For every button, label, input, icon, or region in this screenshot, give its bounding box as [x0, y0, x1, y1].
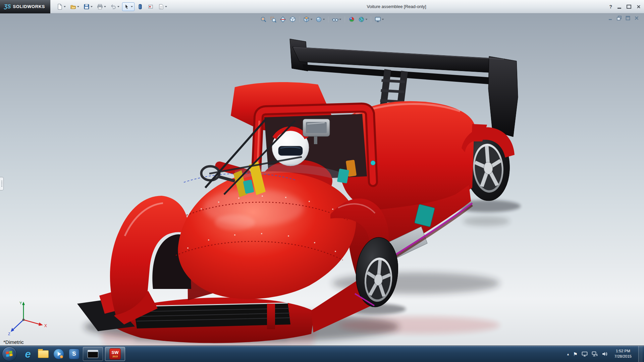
display-style-icon [316, 16, 322, 23]
toolbar-separator [328, 16, 329, 22]
doc-close-icon[interactable] [634, 15, 639, 21]
edit-color-button[interactable] [136, 2, 145, 11]
start-button[interactable] [2, 347, 17, 361]
toolbar-separator [345, 16, 345, 22]
view-orientation-label: *Dimetric [3, 339, 24, 345]
help-button[interactable]: ? [609, 4, 612, 9]
taskbar-command-prompt[interactable] [83, 347, 103, 361]
volume-icon[interactable] [602, 351, 608, 357]
internet-explorer-icon: e [25, 349, 31, 359]
view-heads-up-toolbar [257, 15, 387, 24]
zoom-to-area-button[interactable] [269, 15, 277, 23]
chevron-down-icon [117, 6, 119, 7]
save-icon [84, 4, 90, 10]
apply-scene-icon [358, 16, 365, 23]
new-document-icon [57, 4, 63, 10]
taskbar-solidworks-launcher[interactable]: S [67, 347, 81, 361]
view-settings-button[interactable] [374, 15, 385, 23]
file-properties-icon [158, 4, 164, 10]
doc-restore-icon[interactable] [616, 15, 622, 21]
chevron-down-icon [104, 6, 106, 7]
edit-color-icon [137, 4, 143, 10]
open-button[interactable] [68, 2, 81, 11]
graphics-area[interactable]: Y X Z *Dimetric [0, 13, 644, 346]
toolbar-separator [300, 16, 300, 22]
splitter-grip-icon [1, 181, 2, 187]
close-button[interactable] [637, 5, 641, 9]
file-properties-button[interactable] [156, 2, 169, 11]
zoom-to-fit-icon [260, 16, 267, 23]
orientation-triad[interactable]: Y X Z [7, 299, 49, 337]
chevron-down-icon [165, 6, 167, 7]
minimize-button[interactable] [618, 8, 621, 9]
zoom-to-fit-button[interactable] [260, 15, 268, 23]
undo-icon [110, 4, 116, 10]
action-center-flag-icon[interactable]: ⚑ [573, 352, 577, 357]
edit-appearance-icon [348, 16, 355, 23]
print-button[interactable] [95, 2, 108, 11]
print-icon [97, 4, 103, 10]
network-icon[interactable] [592, 351, 598, 357]
taskbar-windows-explorer[interactable] [36, 347, 50, 361]
taskbar-internet-explorer[interactable]: e [21, 347, 35, 361]
chevron-down-icon [131, 6, 133, 7]
chevron-down-icon [91, 6, 93, 7]
show-hidden-icons-button[interactable]: ▴ [567, 352, 569, 356]
options-icon [148, 4, 154, 10]
clock-date: 7/28/2015 [614, 354, 632, 359]
3d-drawing-view-icon [289, 16, 296, 23]
chevron-down-icon [323, 19, 325, 20]
new-document-button[interactable] [55, 2, 67, 11]
brand-name: SOLIDWORKS [13, 4, 45, 9]
chevron-down-icon [77, 6, 79, 7]
system-tray: ▴ ⚑ 1:52 PM 7/28/2015 [567, 346, 644, 362]
document-window-controls [608, 15, 639, 21]
taskbar-media-player[interactable] [52, 347, 66, 361]
hide-show-items-icon [332, 16, 339, 23]
triad-y-label: Y [19, 301, 22, 305]
show-desktop-button[interactable] [638, 346, 643, 362]
command-prompt-icon [88, 350, 98, 358]
solidworks-2015-icon: SW 2015 [109, 348, 121, 360]
chevron-down-icon [366, 19, 368, 20]
edit-appearance-button[interactable] [348, 15, 356, 23]
apply-scene-button[interactable] [358, 15, 368, 23]
section-view-button[interactable] [279, 15, 287, 23]
windows-logo-icon [6, 351, 13, 357]
solidworks-logo: ƷS SOLIDWORKS [0, 0, 50, 13]
select-cursor-icon [124, 4, 130, 10]
view-settings-icon [375, 16, 381, 23]
solidworks-blue-icon: S [69, 349, 79, 359]
hide-show-items-button[interactable] [331, 15, 342, 23]
chevron-down-icon [382, 19, 384, 20]
maximize-button[interactable] [627, 5, 631, 9]
3d-drawing-view-button[interactable] [289, 15, 297, 23]
chevron-down-icon [311, 19, 313, 20]
taskbar-solidworks-2015[interactable]: SW 2015 [105, 347, 125, 361]
windows-taskbar: e S SW 2015 ▴ ⚑ 1:52 PM 7/ [0, 346, 644, 362]
chevron-down-icon [64, 6, 66, 7]
doc-minimize-icon[interactable] [608, 15, 613, 21]
display-style-button[interactable] [315, 15, 326, 23]
display-device-icon[interactable] [582, 351, 588, 357]
window-controls: ? [609, 0, 641, 13]
window-title: Voiture assemblee [Read-only] [367, 0, 426, 13]
select-tool-button[interactable] [122, 2, 135, 11]
standard-toolbar [55, 2, 169, 11]
chevron-down-icon [339, 19, 341, 20]
save-button[interactable] [82, 2, 94, 11]
options-button[interactable] [146, 2, 155, 11]
taskbar-clock[interactable]: 1:52 PM 7/28/2015 [612, 349, 634, 359]
triad-z-label: Z [8, 332, 10, 336]
titlebar: ƷS SOLIDWORKS [0, 0, 644, 13]
view-orientation-button[interactable] [303, 15, 313, 23]
doc-maximize-icon[interactable] [625, 15, 631, 21]
triad-x-label: X [44, 323, 47, 328]
3d-model-race-car [0, 13, 644, 346]
section-view-icon [280, 16, 286, 23]
folder-icon [38, 350, 49, 358]
zoom-to-area-icon [270, 16, 277, 23]
clock-time: 1:52 PM [614, 349, 632, 354]
feature-panel-splitter-tab[interactable] [0, 177, 4, 190]
undo-button[interactable] [109, 2, 121, 11]
